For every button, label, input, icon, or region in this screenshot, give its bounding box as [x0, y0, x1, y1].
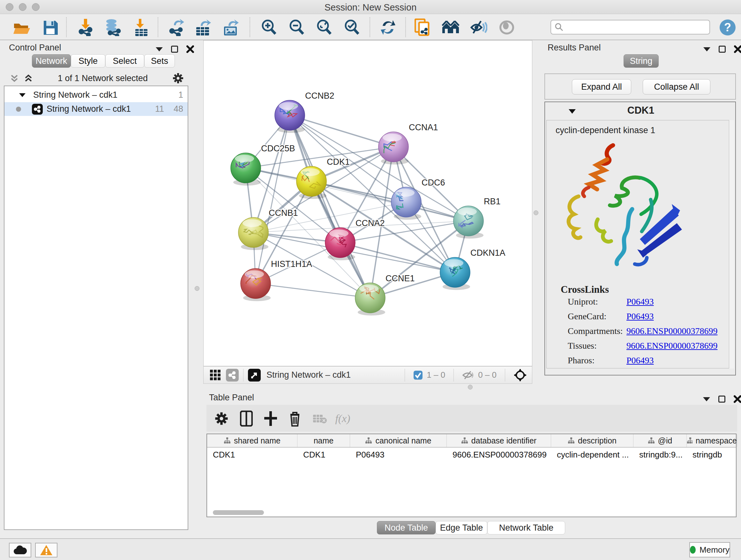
control-panel-float-icon[interactable]	[171, 46, 178, 53]
warning-button[interactable]	[35, 543, 57, 557]
column-header-4[interactable]: description	[551, 434, 633, 447]
column-header-5[interactable]: @id	[633, 434, 687, 447]
edge-CCNB2-HIST1H1A[interactable]	[256, 115, 290, 284]
grid-view-icon[interactable]	[209, 369, 221, 381]
table-panel-close-icon[interactable]	[734, 395, 741, 403]
import-network-file-icon[interactable]	[77, 18, 94, 37]
crosslink-label: Uniprot:	[568, 297, 598, 307]
network-row[interactable]: String Network – cdk1 11 48	[4, 102, 188, 116]
crosslink-pharos-link[interactable]: P06493	[626, 355, 654, 366]
table-horizontal-scrollbar[interactable]	[213, 510, 264, 515]
table-panel-menu-icon[interactable]	[703, 397, 710, 401]
table-panel-float-icon[interactable]	[718, 395, 725, 402]
expand-all-button[interactable]: Expand All	[572, 79, 631, 95]
column-header-6[interactable]: namespace	[687, 434, 737, 447]
crosslink-tissues-link[interactable]: 9606.ENSP00000378699	[626, 341, 718, 351]
zoom-selected-icon[interactable]	[343, 18, 361, 37]
table-cell[interactable]: 9606.ENSP00000378699	[447, 448, 551, 462]
node-CCNE1[interactable]: CCNE1	[355, 273, 415, 315]
results-panel-menu-icon[interactable]	[703, 47, 711, 51]
edge-CCNB2-CCNA1[interactable]	[290, 115, 394, 147]
table-cell[interactable]: P06493	[350, 448, 447, 462]
right-splitter-handle[interactable]	[534, 210, 538, 215]
network-view-canvas[interactable]: CCNB2CCNA1CDC25BCDK1CDC6RB1CCNB1CCNA2CDK…	[203, 40, 532, 366]
network-collection-row[interactable]: String Network – cdk1 1	[4, 88, 188, 102]
cloud-button[interactable]	[9, 543, 31, 557]
table-row[interactable]: CDK1CDK1P064939606.ENSP00000378699cyclin…	[207, 448, 736, 462]
network-options-gear-icon[interactable]	[172, 72, 184, 84]
collection-expand-icon[interactable]	[18, 91, 26, 99]
tab-string[interactable]: String	[623, 54, 659, 68]
edge-CCNB2-CCNE1[interactable]	[290, 115, 370, 298]
table-cell[interactable]: stringdb	[687, 448, 737, 462]
control-panel-menu-icon[interactable]	[156, 47, 163, 51]
results-scrollbar[interactable]	[729, 120, 734, 368]
results-panel-float-icon[interactable]	[719, 46, 726, 53]
tab-network[interactable]: Network	[32, 54, 71, 68]
gene-section: CDK1 cyclin-dependent kinase 1	[544, 102, 736, 375]
memory-button[interactable]: Memory	[689, 542, 730, 557]
search-input[interactable]	[564, 22, 704, 32]
left-splitter-handle[interactable]	[195, 286, 199, 291]
tab-network-table[interactable]: Network Table	[487, 521, 565, 535]
birdseye-view-icon[interactable]	[442, 18, 460, 37]
network-tree: String Network – cdk1 1 String Network –…	[4, 85, 188, 530]
node-CDKN1A[interactable]: CDKN1A	[440, 248, 506, 290]
tab-edge-table[interactable]: Edge Table	[435, 521, 487, 535]
show-all-icon[interactable]	[498, 18, 516, 37]
node-HIST1H1A[interactable]: HIST1H1A	[241, 259, 312, 301]
delete-column-icon[interactable]	[286, 409, 304, 428]
horizontal-splitter-handle[interactable]	[468, 385, 473, 389]
node-RB1[interactable]: RB1	[454, 197, 501, 239]
open-in-window-icon[interactable]	[248, 369, 261, 381]
table-cell[interactable]: cyclin-dependent ...	[551, 448, 633, 462]
import-table-file-icon[interactable]	[132, 18, 150, 37]
svg-text:?: ?	[724, 21, 731, 34]
crosslink-compartments-link[interactable]: 9606.ENSP00000378699	[626, 326, 718, 336]
table-gear-icon[interactable]	[212, 409, 231, 428]
zoom-fit-icon[interactable]	[315, 18, 333, 37]
hide-selected-icon[interactable]	[470, 18, 488, 37]
results-panel-close-icon[interactable]	[734, 45, 741, 53]
edge-HIST1H1A-CCNE1[interactable]	[256, 284, 370, 298]
save-session-icon[interactable]	[42, 18, 59, 37]
string-view-icon[interactable]	[226, 369, 239, 381]
network-snapshot-icon[interactable]	[414, 18, 431, 37]
node-CCNA1[interactable]: CCNA1	[379, 123, 438, 165]
collapse-all-networks-icon[interactable]	[10, 73, 19, 83]
table-cell[interactable]: CDK1	[297, 448, 350, 462]
node-CDC25B[interactable]: CDC25B	[231, 144, 295, 186]
tab-style[interactable]: Style	[71, 54, 105, 68]
table-cell[interactable]: CDK1	[207, 448, 297, 462]
help-icon[interactable]: ?	[719, 18, 737, 37]
selected-checkbox-icon[interactable]	[413, 370, 423, 380]
expand-all-networks-icon[interactable]	[23, 73, 33, 83]
add-column-icon[interactable]	[261, 409, 280, 428]
node-label-CCNA2: CCNA2	[355, 219, 385, 228]
zoom-in-icon[interactable]	[260, 18, 278, 37]
column-header-0[interactable]: shared name	[207, 434, 297, 447]
import-network-database-icon[interactable]	[104, 18, 122, 37]
refresh-view-icon[interactable]	[379, 18, 397, 37]
crosslink-genecard-link[interactable]: P06493	[626, 311, 654, 321]
export-image-icon[interactable]	[223, 18, 241, 37]
column-header-2[interactable]: canonical name	[350, 434, 447, 447]
gene-section-collapse-icon[interactable]	[568, 108, 576, 115]
table-cell[interactable]: stringdb:9...	[633, 448, 687, 462]
collapse-all-button[interactable]: Collapse All	[643, 79, 711, 95]
crosslink-uniprot-link[interactable]: P06493	[626, 297, 654, 307]
open-session-icon[interactable]	[13, 18, 30, 37]
tab-node-table[interactable]: Node Table	[377, 521, 435, 535]
node-label-CDC6: CDC6	[421, 178, 445, 187]
column-header-1[interactable]: name	[297, 434, 350, 447]
tab-sets[interactable]: Sets	[144, 54, 175, 68]
tab-select[interactable]: Select	[105, 54, 144, 68]
export-table-icon[interactable]	[195, 18, 212, 37]
export-network-icon[interactable]	[167, 18, 185, 37]
control-panel-close-icon[interactable]	[186, 45, 194, 53]
column-header-3[interactable]: database identifier	[447, 434, 551, 447]
zoom-out-icon[interactable]	[288, 18, 306, 37]
fit-content-crosshair-icon[interactable]	[514, 368, 527, 382]
node-CCNB1[interactable]: CCNB1	[239, 208, 298, 250]
show-columns-icon[interactable]	[237, 409, 256, 428]
